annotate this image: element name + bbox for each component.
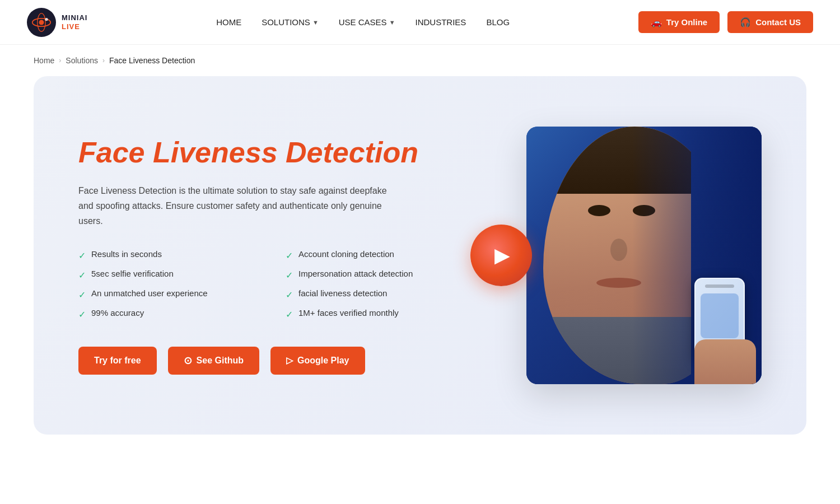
hero-buttons: Try for free ⊙ See Github ▷ Google Play xyxy=(78,347,459,375)
github-icon: ⊙ xyxy=(184,354,192,367)
check-icon-4: ✓ xyxy=(78,309,86,320)
breadcrumb-solutions[interactable]: Solutions xyxy=(66,56,98,65)
hero-title: Face Liveness Detection xyxy=(78,136,459,170)
phone-screen xyxy=(701,293,739,338)
hero-content: Face Liveness Detection Face Liveness De… xyxy=(78,136,459,374)
check-icon-2: ✓ xyxy=(78,270,86,281)
nav-home[interactable]: HOME xyxy=(216,17,241,27)
play-button[interactable]: ▶ xyxy=(470,225,532,286)
breadcrumb-sep-1: › xyxy=(59,57,61,64)
svg-point-3 xyxy=(39,20,44,25)
nav-solutions[interactable]: SOLUTIONS ▼ xyxy=(262,17,319,27)
eye-left xyxy=(588,205,610,216)
feature-item: ✓ facial liveness detection xyxy=(286,288,459,300)
use-cases-chevron-icon: ▼ xyxy=(389,19,395,26)
phone-speaker xyxy=(705,284,734,288)
hand xyxy=(694,339,756,384)
logo-text: MINIAI LIVE xyxy=(62,13,87,31)
breadcrumb-sep-2: › xyxy=(102,57,105,64)
feature-item: ✓ Results in seconds xyxy=(78,249,252,261)
hero-description: Face Liveness Detection is the ultimate … xyxy=(78,183,403,229)
play-icon: ▶ xyxy=(494,244,510,267)
feature-label-6: Impersonation attack detection xyxy=(298,269,413,278)
nav-links: HOME SOLUTIONS ▼ USE CASES ▼ INDUSTRIES … xyxy=(216,17,510,27)
check-icon-1: ✓ xyxy=(78,250,86,261)
check-icon-5: ✓ xyxy=(286,250,293,261)
navigation: MINIAI LIVE HOME SOLUTIONS ▼ USE CASES ▼… xyxy=(0,0,840,45)
play-store-icon: ▷ xyxy=(286,355,293,366)
breadcrumb-home[interactable]: Home xyxy=(34,56,54,65)
features-grid: ✓ Results in seconds ✓ Account cloning d… xyxy=(78,249,459,320)
hero-section: Face Liveness Detection Face Liveness De… xyxy=(34,76,806,435)
nose xyxy=(610,239,627,261)
feature-item: ✓ 1M+ faces verified monthly xyxy=(286,308,459,320)
see-github-button[interactable]: ⊙ See Github xyxy=(168,347,259,375)
check-icon-6: ✓ xyxy=(286,270,293,281)
check-icon-3: ✓ xyxy=(78,290,86,300)
solutions-chevron-icon: ▼ xyxy=(312,19,319,26)
svg-point-4 xyxy=(45,17,48,20)
nav-industries[interactable]: INDUSTRIES xyxy=(416,17,466,27)
hero-image-card xyxy=(526,127,762,384)
headset-icon: 🎧 xyxy=(740,17,751,27)
nav-use-cases[interactable]: USE CASES ▼ xyxy=(339,17,395,27)
check-icon-8: ✓ xyxy=(286,309,293,320)
logo-icon xyxy=(27,8,56,37)
feature-label-8: 1M+ faces verified monthly xyxy=(298,308,399,318)
hero-image-bg xyxy=(526,127,762,384)
feature-label-1: Results in seconds xyxy=(91,249,162,259)
contact-us-button[interactable]: 🎧 Contact US xyxy=(727,11,813,33)
breadcrumb-current: Face Liveness Detection xyxy=(109,56,195,65)
feature-label-2: 5sec selfie verification xyxy=(91,269,174,278)
feature-item: ✓ An unmatched user experience xyxy=(78,288,252,300)
feature-label-5: Account cloning detection xyxy=(298,249,394,259)
nav-cta-buttons: 🚗 Try Online 🎧 Contact US xyxy=(638,11,813,33)
truck-icon: 🚗 xyxy=(651,17,662,27)
feature-item: ✓ Account cloning detection xyxy=(286,249,459,261)
try-online-button[interactable]: 🚗 Try Online xyxy=(638,11,720,33)
feature-label-3: An unmatched user experience xyxy=(91,288,208,298)
feature-label-7: facial liveness detection xyxy=(298,288,387,298)
hero-media: ▶ xyxy=(504,127,762,384)
check-icon-7: ✓ xyxy=(286,290,293,300)
feature-item: ✓ 99% accuracy xyxy=(78,308,252,320)
logo[interactable]: MINIAI LIVE xyxy=(27,8,87,37)
nav-blog[interactable]: BLOG xyxy=(486,17,510,27)
feature-item: ✓ 5sec selfie verification xyxy=(78,269,252,281)
feature-item: ✓ Impersonation attack detection xyxy=(286,269,459,281)
breadcrumb: Home › Solutions › Face Liveness Detecti… xyxy=(0,45,840,76)
google-play-button[interactable]: ▷ Google Play xyxy=(270,347,365,375)
try-for-free-button[interactable]: Try for free xyxy=(78,347,157,375)
feature-label-4: 99% accuracy xyxy=(91,308,144,318)
